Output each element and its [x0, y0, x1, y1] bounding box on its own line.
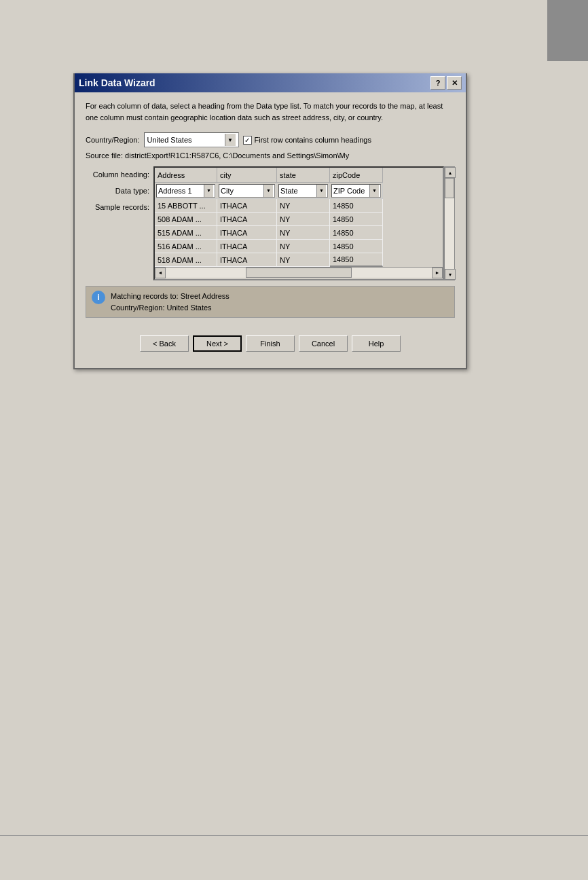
- dtype-zip-arrow-icon: ▼: [369, 185, 379, 197]
- h-scroll-track: [166, 268, 432, 278]
- col-heading-city: city: [217, 168, 277, 183]
- help-title-button[interactable]: ?: [430, 76, 445, 90]
- sample-r2-c4: 14850: [330, 213, 383, 226]
- info-bar: i Matching records to: Street Address Co…: [86, 286, 455, 318]
- sample-r3-c4: 14850: [330, 226, 383, 240]
- sample-r4-c1: 516 ADAM ...: [155, 240, 217, 253]
- dtype-address-value: Address 1: [158, 187, 192, 195]
- source-file-row: Source file: districtExport!R1C1:R587C6,…: [86, 151, 455, 160]
- scroll-down-button[interactable]: ▼: [445, 269, 456, 280]
- sample-r4-c2: ITHACA: [217, 240, 277, 253]
- horizontal-scrollbar[interactable]: ◄ ►: [155, 267, 443, 278]
- col-heading-address: Address: [155, 168, 217, 183]
- sample-row-4: 516 ADAM ... ITHACA NY 14850: [155, 240, 443, 253]
- data-table: Address city state zipCode Address 1 ▼: [153, 166, 444, 280]
- sample-r1-c2: ITHACA: [217, 199, 277, 213]
- next-button[interactable]: Next >: [193, 335, 242, 352]
- sample-r3-c3: NY: [277, 226, 330, 240]
- dtype-city-select[interactable]: City ▼: [219, 184, 275, 198]
- sample-r3-c2: ITHACA: [217, 226, 277, 240]
- sample-row-3: 515 ADAM ... ITHACA NY 14850: [155, 226, 443, 240]
- scroll-up-button[interactable]: ▲: [445, 167, 456, 178]
- col-heading-zipcode: zipCode: [330, 168, 383, 183]
- sample-records-label: Sample records:: [86, 199, 153, 215]
- close-button[interactable]: ✕: [447, 76, 462, 90]
- sample-r5-c3: NY: [277, 253, 330, 267]
- country-region-row: Country/Region: United States ▼ ✓ First …: [86, 132, 455, 147]
- sample-row-label-5: [86, 264, 153, 280]
- dtype-state-select[interactable]: State ▼: [278, 184, 328, 198]
- button-row: < Back Next > Finish Cancel Help: [86, 335, 455, 360]
- info-line2: Country/Region: United States: [111, 304, 212, 312]
- country-region-select[interactable]: United States ▼: [144, 132, 239, 147]
- sample-r4-c4: 14850: [330, 240, 383, 253]
- sample-r1-c3: NY: [277, 199, 330, 213]
- page-background: Link Data Wizard ? ✕ For each column of …: [0, 0, 588, 880]
- country-region-label: Country/Region:: [86, 136, 140, 144]
- sample-row-1: 15 ABBOTT ... ITHACA NY 14850: [155, 199, 443, 213]
- data-type-row: Address 1 ▼ City ▼ State: [155, 183, 443, 199]
- cancel-button[interactable]: Cancel: [299, 335, 348, 352]
- dtype-state-arrow-icon: ▼: [316, 185, 326, 197]
- vertical-scrollbar[interactable]: ▲ ▼: [444, 166, 455, 280]
- dtype-city-arrow-icon: ▼: [263, 185, 273, 197]
- spacer: [86, 329, 455, 335]
- sample-r1-c1: 15 ABBOTT ...: [155, 199, 217, 213]
- sample-row-5: 518 ADAM ... ITHACA NY 14850: [155, 253, 443, 267]
- column-heading-label: Column heading:: [86, 166, 153, 183]
- v-scroll-thumb[interactable]: [445, 178, 454, 198]
- dtype-state-cell: State ▼: [277, 183, 330, 199]
- sample-r5-c4: 14850: [330, 253, 383, 267]
- dtype-city-cell: City ▼: [217, 183, 277, 199]
- sample-row-label-2: [86, 215, 153, 232]
- dialog-body: For each column of data, select a headin…: [75, 92, 466, 368]
- title-bar: Link Data Wizard ? ✕: [75, 73, 466, 92]
- dtype-address-select[interactable]: Address 1 ▼: [156, 184, 215, 198]
- help-button[interactable]: Help: [352, 335, 401, 352]
- source-file-label: Source file:: [86, 151, 123, 160]
- right-tab: [547, 0, 588, 61]
- title-bar-buttons: ? ✕: [430, 76, 462, 90]
- first-row-checkbox[interactable]: ✓: [243, 136, 252, 145]
- bottom-rule: [0, 835, 588, 836]
- scroll-left-button[interactable]: ◄: [155, 268, 166, 278]
- dtype-address-arrow-icon: ▼: [204, 185, 213, 197]
- dtype-zip-select[interactable]: ZIP Code ▼: [331, 184, 381, 198]
- scroll-right-button[interactable]: ►: [432, 268, 443, 278]
- first-row-label: First row contains column headings: [255, 136, 371, 144]
- data-type-label: Data type:: [86, 183, 153, 199]
- source-file-value: districtExport!R1C1:R587C6, C:\Documents…: [125, 151, 349, 160]
- info-line1: Matching records to: Street Address: [111, 292, 229, 300]
- country-region-value: United States: [147, 136, 225, 144]
- col-heading-state: state: [277, 168, 330, 183]
- sample-row-label-3: [86, 232, 153, 248]
- dtype-zip-value: ZIP Code: [333, 187, 365, 195]
- sample-r4-c3: NY: [277, 240, 330, 253]
- info-icon: i: [92, 291, 105, 304]
- sample-row-2: 508 ADAM ... ITHACA NY 14850: [155, 213, 443, 226]
- sample-r3-c1: 515 ADAM ...: [155, 226, 217, 240]
- dtype-zip-cell: ZIP Code ▼: [330, 183, 383, 199]
- finish-button[interactable]: Finish: [246, 335, 295, 352]
- h-scroll-thumb[interactable]: [246, 268, 352, 278]
- first-row-checkbox-row: ✓ First row contains column headings: [243, 136, 371, 145]
- sample-r2-c1: 508 ADAM ...: [155, 213, 217, 226]
- sample-r2-c2: ITHACA: [217, 213, 277, 226]
- column-headings-row: Address city state zipCode: [155, 168, 443, 183]
- dtype-address-cell: Address 1 ▼: [155, 183, 217, 199]
- sample-r5-c1: 518 ADAM ...: [155, 253, 217, 267]
- dtype-state-value: State: [280, 187, 298, 195]
- country-select-arrow-icon: ▼: [225, 134, 236, 146]
- sample-row-label-4: [86, 248, 153, 264]
- info-text: Matching records to: Street Address Coun…: [111, 291, 229, 313]
- sample-r5-c2: ITHACA: [217, 253, 277, 267]
- v-scroll-track: [445, 178, 454, 269]
- row-labels-col: Column heading: Data type: Sample record…: [86, 166, 153, 280]
- dtype-city-value: City: [221, 187, 234, 195]
- back-button[interactable]: < Back: [140, 335, 189, 352]
- title-bar-left: Link Data Wizard: [79, 77, 155, 88]
- sample-r1-c4: 14850: [330, 199, 383, 213]
- sample-r2-c3: NY: [277, 213, 330, 226]
- dialog-title: Link Data Wizard: [79, 77, 155, 88]
- description-text: For each column of data, select a headin…: [86, 100, 455, 123]
